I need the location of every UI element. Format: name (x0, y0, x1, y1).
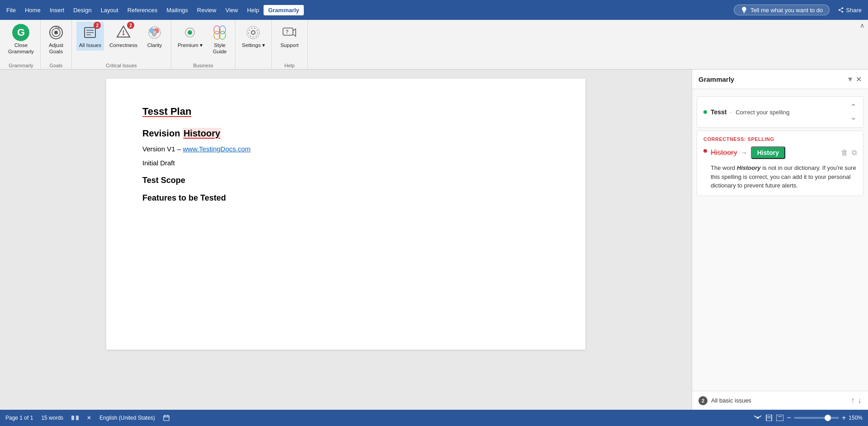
ribbon-group-critical: 2 All Issues 2 Correctness (72, 20, 171, 69)
sidebar-header: Grammarly ▾ ✕ (692, 70, 868, 89)
premium-icon (182, 24, 198, 41)
ribbon-group-business-label: Business (193, 62, 213, 68)
issues-count-badge: 2 (698, 396, 708, 405)
zoom-in-button[interactable]: + (842, 414, 846, 422)
correctness-badge: 2 (127, 22, 134, 29)
footer-navigation: ↑ ↓ (851, 396, 862, 405)
menu-review[interactable]: Review (193, 5, 221, 15)
grammarly-icon: G (12, 24, 29, 41)
all-issues-badge: 2 (94, 22, 101, 29)
card1-word: Tesst (711, 108, 727, 116)
view-mode-web[interactable] (776, 415, 783, 421)
footer-next-button[interactable]: ↓ (858, 396, 862, 405)
menu-help[interactable]: Help (242, 5, 264, 15)
menu-insert[interactable]: Insert (45, 5, 69, 15)
ribbon-collapse-button[interactable]: ∧ (858, 20, 866, 31)
ribbon-group-grammarly-label: Grammarly (9, 62, 33, 68)
version-link[interactable]: www.TestingDocs.com (183, 145, 250, 153)
svg-rect-30 (164, 416, 169, 421)
all-issues-button[interactable]: 2 All Issues (76, 22, 104, 51)
menu-layout[interactable]: Layout (96, 5, 123, 15)
settings-button[interactable]: Settings ▾ (239, 22, 268, 51)
zoom-level-display[interactable]: 150% (849, 415, 863, 421)
ribbon-group-settings: Settings ▾ (236, 20, 272, 69)
read-mode-icon (71, 415, 79, 421)
style-guide-icon (212, 24, 228, 41)
sidebar-close-button[interactable]: ✕ (856, 75, 862, 84)
status-language: English (United States) (99, 415, 155, 421)
ribbon: G CloseGrammarly Grammarly + (0, 20, 868, 70)
card1-expand-button[interactable]: ⌃⌄ (850, 102, 857, 122)
main-area: Tesst Plan Revision Histoory Version V1 … (0, 70, 868, 410)
style-guide-label: StyleGuide (213, 42, 227, 55)
correctness-badge-container: 2 (114, 23, 132, 42)
ribbon-group-goals-label: Goals (50, 62, 63, 68)
desc-before: The word (711, 164, 737, 171)
menu-mailings[interactable]: Mailings (162, 5, 193, 15)
svg-point-10 (123, 33, 124, 35)
footer-prev-button[interactable]: ↑ (851, 396, 855, 405)
document-initial-draft: Initial Draft (142, 159, 549, 167)
version-text: Version V1 – (142, 145, 183, 153)
svg-rect-28 (71, 416, 74, 420)
ribbon-group-grammarly: G CloseGrammarly Grammarly (2, 20, 41, 69)
support-button[interactable]: ? Support (278, 22, 301, 51)
svg-point-18 (188, 30, 192, 35)
svg-point-16 (153, 31, 156, 33)
suggestion-card-histoory: CORRECTNESS: SPELLING Histoory → History… (697, 131, 863, 196)
ribbon-group-goals: + AdjustGoals Goals (41, 20, 72, 69)
support-icon: ? (281, 24, 297, 41)
clarity-button[interactable]: Clarity (143, 22, 166, 51)
document-heading4: Features to be Tested (142, 193, 549, 203)
document-page[interactable]: Tesst Plan Revision Histoory Version V1 … (106, 79, 585, 350)
status-words: 15 words (41, 415, 63, 421)
svg-point-24 (249, 28, 258, 37)
clarity-label: Clarity (147, 42, 162, 49)
settings-icon (245, 24, 261, 41)
status-close-sidebar[interactable]: ✕ (87, 415, 91, 421)
premium-button[interactable]: Premium ▾ (175, 22, 205, 51)
sidebar-content: Tesst · Correct your spelling ⌃⌄ CORRECT… (692, 89, 868, 391)
zoom-slider[interactable] (794, 417, 839, 419)
card1-action: Correct your spelling (736, 109, 789, 116)
menu-home[interactable]: Home (20, 5, 45, 15)
menu-design[interactable]: Design (69, 5, 96, 15)
ribbon-group-critical-label: Critical Issues (106, 62, 137, 68)
correct-word-button[interactable]: History (751, 146, 785, 159)
menu-file[interactable]: File (2, 5, 20, 15)
tell-me-label: Tell me what you want to do (750, 7, 823, 14)
menu-grammarly[interactable]: Grammarly (264, 5, 304, 15)
status-read-mode[interactable] (71, 415, 79, 421)
desc-word: Histoory (737, 164, 761, 171)
style-guide-icon-container (211, 23, 229, 42)
heading2-error: Histoory (183, 128, 221, 139)
card2-section-label: CORRECTNESS: SPELLING (703, 136, 857, 142)
menu-view[interactable]: View (221, 5, 242, 15)
adjust-goals-button[interactable]: + AdjustGoals (44, 22, 68, 57)
correctness-button[interactable]: 2 Correctness (107, 22, 140, 51)
lightbulb-icon (741, 6, 748, 14)
svg-text:+: + (58, 27, 60, 29)
share-button[interactable]: Share (833, 5, 866, 15)
share-icon (838, 7, 844, 13)
close-grammarly-button[interactable]: G CloseGrammarly (5, 22, 37, 57)
suggestion-card-tesst[interactable]: Tesst · Correct your spelling ⌃⌄ (697, 96, 863, 128)
svg-point-23 (251, 31, 255, 34)
copy-suggestion-button[interactable]: ⧉ (852, 149, 857, 157)
calendar-icon (163, 415, 170, 421)
ribbon-group-help: ? Support Help (272, 20, 308, 69)
delete-suggestion-button[interactable]: 🗑 (841, 149, 848, 157)
menu-references[interactable]: References (123, 5, 162, 15)
document-version-line: Version V1 – www.TestingDocs.com (142, 145, 549, 153)
status-calendar-icon[interactable] (163, 415, 170, 421)
tell-me-input[interactable]: Tell me what you want to do (734, 5, 830, 15)
settings-icon-container (244, 23, 262, 42)
view-mode-reading[interactable] (754, 415, 762, 421)
status-page: Page 1 of 1 (5, 415, 33, 421)
card1-dot (703, 110, 707, 114)
view-mode-print[interactable] (765, 415, 773, 421)
sidebar-dropdown-button[interactable]: ▾ (848, 74, 852, 84)
sidebar-footer: 2 All basic issues ↑ ↓ (692, 391, 868, 410)
zoom-out-button[interactable]: − (787, 414, 791, 422)
style-guide-button[interactable]: StyleGuide (208, 22, 231, 57)
